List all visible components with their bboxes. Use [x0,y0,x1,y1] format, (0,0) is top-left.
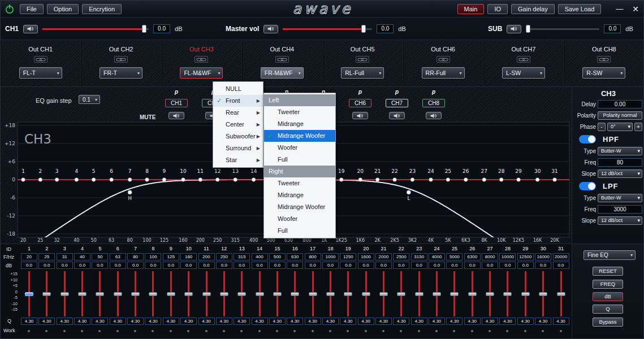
io-view-button[interactable]: IO [487,4,508,14]
band-gain-cell[interactable]: 0.0 [57,262,73,269]
slider-handle[interactable] [397,292,405,296]
master-mute-button[interactable] [263,25,278,33]
band-point-6[interactable] [110,178,114,182]
band-q-cell[interactable]: 4.30 [358,318,374,325]
band-freq-cell[interactable]: 25 [38,253,55,260]
band-freq-cell[interactable]: 200 [198,253,215,260]
hpf-freq-input[interactable]: 80 [598,158,642,167]
band-freq-cell[interactable]: 2500 [393,253,409,260]
submenu-item-midrange[interactable]: Midrange [264,118,335,130]
slider-handle[interactable] [60,292,69,296]
band-point-7[interactable] [128,178,132,182]
band-q-cell[interactable]: 4.30 [145,318,161,325]
band-freq-cell[interactable]: 31 [57,253,73,260]
slider-handle[interactable] [433,292,441,296]
link-channels-icon[interactable] [114,56,128,63]
slider-handle[interactable] [114,292,122,296]
slider-handle[interactable] [131,292,140,296]
channel-mute-button-ch1[interactable] [168,112,184,119]
submenu-item-midrange-woofer[interactable]: ✓Midrange Woofer [264,130,335,142]
band-q-cell[interactable]: 4.30 [57,318,73,325]
sub-mute-button[interactable] [507,25,521,33]
band-freq-cell[interactable]: 12500 [517,253,534,260]
band-point-8[interactable] [145,178,149,182]
lpf-freq-input[interactable]: 3000 [598,205,642,214]
band-point-25[interactable] [446,178,450,182]
polarity-button[interactable]: Polarity normal [598,111,642,120]
master-volume-slider[interactable] [283,25,372,33]
link-channels-icon[interactable] [275,56,289,63]
band-freq-cell[interactable]: 1250 [340,253,356,260]
link-channels-icon[interactable] [597,56,611,63]
reset-button[interactable]: RESET [593,267,623,276]
band-point-19[interactable] [339,178,343,182]
band-gain-cell[interactable]: 0.0 [234,262,250,269]
band-gain-cell[interactable]: 0.0 [535,262,551,269]
band-q-cell[interactable]: 4.30 [499,318,516,325]
band-q-cell[interactable]: 4.30 [340,318,356,325]
band-gain-cell[interactable]: 0.0 [127,262,144,269]
band-q-cell[interactable]: 4.30 [198,318,215,325]
band-q-cell[interactable]: 4.30 [464,318,481,325]
slider-handle[interactable] [237,292,246,296]
eq-gain-step-dropdown[interactable]: 0.1▾ [79,95,100,104]
sub-volume-value[interactable]: 0.0 [604,24,621,33]
band-q-cell[interactable]: 4.30 [305,318,321,325]
band-freq-cell[interactable]: 125 [163,253,179,260]
band-freq-cell[interactable]: 16000 [535,253,551,260]
submenu-item-midrange[interactable]: Midrange [264,189,335,201]
band-freq-cell[interactable]: 4000 [429,253,445,260]
band-point-24[interactable] [429,178,433,182]
main-view-button[interactable]: Main [457,4,485,14]
hpf-toggle[interactable] [579,135,596,144]
band-q-cell[interactable]: 4.30 [375,318,392,325]
lpf-type-dropdown[interactable]: Butter-W▾ [598,194,642,202]
q-button[interactable]: Q [593,305,623,314]
slider-handle[interactable] [362,292,370,296]
slider-handle[interactable] [291,292,299,296]
file-menu-button[interactable]: File [20,4,44,14]
slider-handle[interactable] [202,292,211,296]
slider-handle[interactable] [326,292,335,296]
band-point-13[interactable] [234,178,237,182]
lpf-toggle[interactable] [579,182,596,190]
band-gain-cell[interactable]: 0.0 [21,262,37,269]
slider-handle[interactable] [78,292,87,296]
output-mode-dropdown[interactable]: L-SW▾ [502,67,545,79]
lpf-crossover-handle[interactable] [407,190,410,194]
save-load-button[interactable]: Save Load [558,4,602,14]
band-q-cell[interactable]: 4.30 [553,318,569,325]
band-gain-cell[interactable]: 0.0 [517,262,534,269]
slider-handle[interactable] [486,292,494,296]
phase-plus-button[interactable]: + [634,123,642,131]
slider-handle[interactable] [142,25,146,33]
band-gain-cell[interactable]: 0.0 [92,262,108,269]
link-channels-icon[interactable] [517,56,530,63]
band-freq-cell[interactable]: 3150 [411,253,427,260]
menu-item-front[interactable]: ✓Front▶ [213,95,263,107]
band-point-23[interactable] [410,178,414,182]
gain-delay-view-button[interactable]: Gain delay [511,4,555,14]
output-mode-dropdown[interactable]: FL-T▾ [19,67,62,79]
link-channels-icon[interactable] [34,56,47,63]
eq-channel-button-ch7[interactable]: CH7 [386,99,408,107]
slider-handle[interactable] [503,292,512,296]
eq-channel-button-ch6[interactable]: CH6 [349,99,371,107]
band-q-cell[interactable]: 4.30 [393,318,409,325]
slider-handle[interactable] [450,292,459,296]
band-gain-cell[interactable]: 0.0 [269,262,286,269]
band-point-26[interactable] [464,178,468,182]
band-point-3[interactable] [55,178,59,182]
band-gain-cell[interactable]: 0.0 [252,262,268,269]
option-menu-button[interactable]: Option [47,4,79,14]
band-point-14[interactable] [252,178,256,182]
band-q-cell[interactable]: 4.30 [252,318,268,325]
encryption-menu-button[interactable]: Encrytion [82,4,122,14]
band-freq-cell[interactable]: 1000 [322,253,339,260]
slider-handle[interactable] [344,292,352,296]
db-button[interactable]: dB [593,292,623,301]
band-q-cell[interactable]: 4.30 [127,318,144,325]
hpf-type-dropdown[interactable]: Butter-W▾ [598,147,642,155]
slider-handle[interactable] [149,292,157,296]
band-freq-cell[interactable]: 160 [180,253,197,260]
